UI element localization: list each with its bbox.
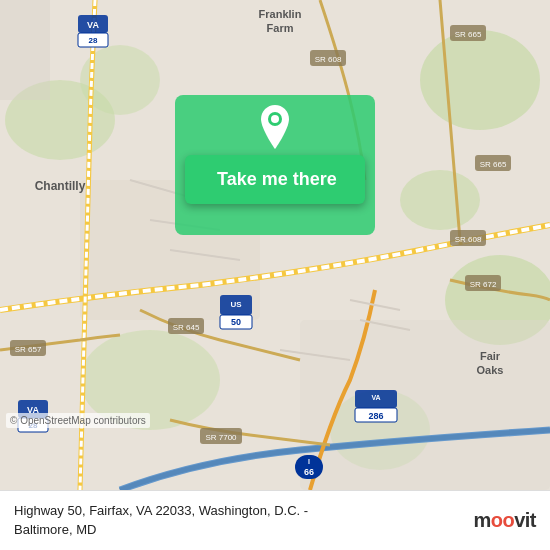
svg-text:Fair: Fair <box>480 350 501 362</box>
svg-text:VA: VA <box>371 394 380 401</box>
svg-text:Farm: Farm <box>267 22 294 34</box>
svg-point-59 <box>271 115 279 123</box>
svg-text:Franklin: Franklin <box>259 8 302 20</box>
svg-rect-8 <box>0 0 50 100</box>
map-container: VA 28 VA 28 US 50 SR 608 SR 665 SR 665 S… <box>0 0 550 490</box>
address-line1: Highway 50, Fairfax, VA 22033, Washingto… <box>14 503 308 518</box>
svg-text:I: I <box>308 458 310 465</box>
svg-text:Oaks: Oaks <box>477 364 504 376</box>
svg-text:SR 665: SR 665 <box>455 30 482 39</box>
svg-text:SR 657: SR 657 <box>15 345 42 354</box>
map-attribution: © OpenStreetMap contributors <box>6 413 150 428</box>
moovit-logo: moovit <box>473 509 536 532</box>
svg-text:SR 608: SR 608 <box>455 235 482 244</box>
svg-text:VA: VA <box>87 20 99 30</box>
svg-text:SR 665: SR 665 <box>480 160 507 169</box>
svg-text:Chantilly: Chantilly <box>35 179 86 193</box>
svg-text:SR 608: SR 608 <box>315 55 342 64</box>
svg-text:50: 50 <box>231 317 241 327</box>
svg-text:SR 7700: SR 7700 <box>205 433 237 442</box>
info-bar: Highway 50, Fairfax, VA 22033, Washingto… <box>0 490 550 550</box>
svg-text:28: 28 <box>89 36 98 45</box>
take-me-there-button[interactable]: Take me there <box>185 155 365 204</box>
address-line2: Baltimore, MD <box>14 522 96 537</box>
address-text: Highway 50, Fairfax, VA 22033, Washingto… <box>14 502 463 538</box>
svg-text:SR 672: SR 672 <box>470 280 497 289</box>
svg-text:SR 645: SR 645 <box>173 323 200 332</box>
location-pin-icon <box>257 105 293 149</box>
svg-text:286: 286 <box>368 411 383 421</box>
svg-point-1 <box>420 30 540 130</box>
location-pin-container <box>257 105 293 149</box>
moovit-brand-name: moovit <box>473 509 536 532</box>
svg-text:66: 66 <box>304 467 314 477</box>
svg-point-2 <box>400 170 480 230</box>
svg-text:US: US <box>230 300 242 309</box>
